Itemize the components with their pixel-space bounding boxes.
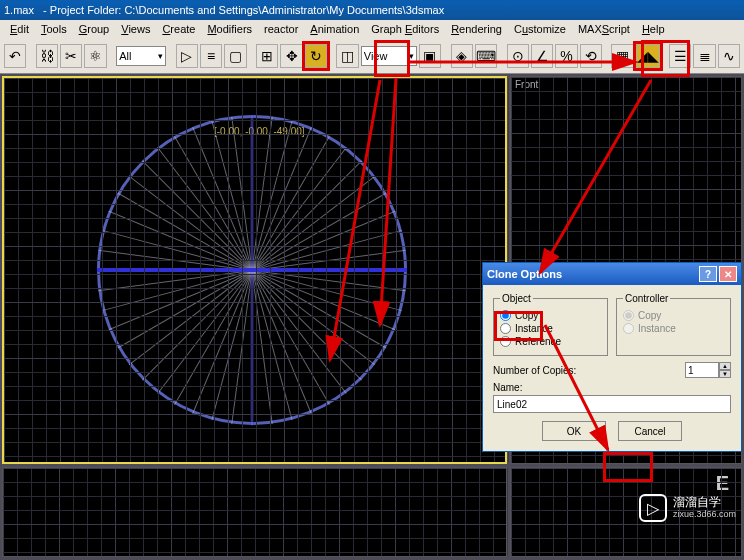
radio-ctrl-copy-label: Copy [638, 310, 661, 321]
radio-instance[interactable] [500, 323, 511, 334]
mirror-button[interactable]: ◢◣ [636, 44, 660, 68]
dialog-close-button[interactable]: ✕ [719, 266, 737, 282]
menu-help[interactable]: Help [636, 22, 671, 36]
copies-input[interactable] [685, 362, 719, 378]
ok-button[interactable]: OK [542, 421, 606, 441]
menu-views[interactable]: Views [115, 22, 156, 36]
window-title: 1.max - Project Folder: C:\Documents and… [4, 4, 444, 16]
menu-group[interactable]: Group [73, 22, 116, 36]
main-toolbar: ↶ ⛓ ✂ ⚛ All ▷ ≡ ▢ ⊞ ✥ ↻ ◫ View ▣ ◈ ⌨ ⊙ ∠… [0, 38, 744, 74]
object-fieldset: Object Copy Instance Reference [493, 293, 608, 356]
layer-button[interactable]: ≣ [693, 44, 715, 68]
menu-tools[interactable]: Tools [35, 22, 73, 36]
copies-spinner[interactable]: ▲ ▼ [685, 362, 731, 378]
radio-copy[interactable] [500, 310, 511, 321]
select-name-button[interactable]: ≡ [200, 44, 222, 68]
radio-ctrl-instance-row: Instance [623, 323, 724, 334]
cancel-button[interactable]: Cancel [618, 421, 682, 441]
controller-fieldset: Controller Copy Instance [616, 293, 731, 356]
angle-snap-button[interactable]: ∠ [531, 44, 553, 68]
menu-rendering[interactable]: Rendering [445, 22, 508, 36]
select-scale-button[interactable]: ◫ [336, 44, 358, 68]
bind-button[interactable]: ⚛ [84, 44, 106, 68]
manipulate-button[interactable]: ◈ [451, 44, 473, 68]
unlink-button[interactable]: ✂ [60, 44, 82, 68]
radio-copy-label: Copy [515, 310, 538, 321]
name-input[interactable] [493, 395, 731, 413]
viewport-bottom-left[interactable] [2, 467, 507, 557]
reference-coord-dropdown[interactable]: View [361, 46, 417, 66]
menu-edit[interactable]: Edit [4, 22, 35, 36]
link-button[interactable]: ⛓ [36, 44, 58, 68]
snap-button[interactable]: ⊙ [507, 44, 529, 68]
watermark-brand: 溜溜自学 [673, 496, 736, 509]
menu-reactor[interactable]: reactor [258, 22, 304, 36]
radio-ctrl-copy-row: Copy [623, 310, 724, 321]
spinner-up[interactable]: ▲ [719, 362, 731, 370]
clone-options-dialog: Clone Options ? ✕ Object Copy Instance R… [482, 262, 742, 452]
controller-legend: Controller [623, 293, 670, 304]
play-icon: ▷ [639, 494, 667, 522]
dialog-help-button[interactable]: ? [699, 266, 717, 282]
named-selection-button[interactable]: ▦ [611, 44, 633, 68]
menu-graph-editors[interactable]: Graph Editors [365, 22, 445, 36]
viewport-top-left[interactable]: [-0.00, -0.00, -49.00] [2, 76, 507, 464]
radio-ctrl-copy [623, 310, 634, 321]
logo-letter: E [716, 472, 729, 495]
copies-label: Number of Copies: [493, 365, 576, 376]
select-move-button[interactable]: ✥ [280, 44, 302, 68]
radio-instance-row[interactable]: Instance [500, 323, 601, 334]
watermark-url: zixue.3d66.com [673, 510, 736, 520]
dialog-title-bar[interactable]: Clone Options ? ✕ [483, 263, 741, 285]
pivot-button[interactable]: ▣ [419, 44, 441, 68]
curve-editor-button[interactable]: ∿ [718, 44, 740, 68]
undo-button[interactable]: ↶ [4, 44, 26, 68]
title-bar: 1.max - Project Folder: C:\Documents and… [0, 0, 744, 20]
radio-reference-row[interactable]: Reference [500, 336, 601, 347]
menu-create[interactable]: Create [156, 22, 201, 36]
radio-ctrl-instance [623, 323, 634, 334]
select-button[interactable]: ▷ [176, 44, 198, 68]
spinner-snap-button[interactable]: ⟲ [580, 44, 602, 68]
radio-reference-label: Reference [515, 336, 561, 347]
radio-ctrl-instance-label: Instance [638, 323, 676, 334]
radio-copy-row[interactable]: Copy [500, 310, 601, 321]
watermark: ▷ 溜溜自学 zixue.3d66.com [639, 494, 736, 522]
align-button[interactable]: ☰ [669, 44, 691, 68]
menu-bar: Edit Tools Group Views Create Modifiers … [0, 20, 744, 38]
menu-customize[interactable]: Customize [508, 22, 572, 36]
percent-snap-button[interactable]: % [555, 44, 577, 68]
keyboard-shortcut-button[interactable]: ⌨ [475, 44, 497, 68]
dialog-title: Clone Options [487, 268, 562, 280]
radio-instance-label: Instance [515, 323, 553, 334]
object-legend: Object [500, 293, 533, 304]
spinner-down[interactable]: ▼ [719, 370, 731, 378]
window-crossing-button[interactable]: ⊞ [256, 44, 278, 68]
radio-reference[interactable] [500, 336, 511, 347]
name-label: Name: [493, 382, 731, 393]
menu-animation[interactable]: Animation [304, 22, 365, 36]
selection-filter-dropdown[interactable]: All [116, 46, 166, 66]
viewport-label-front: Front [515, 79, 538, 90]
select-rotate-button[interactable]: ↻ [305, 44, 327, 68]
select-region-button[interactable]: ▢ [224, 44, 246, 68]
menu-modifiers[interactable]: Modifiers [201, 22, 258, 36]
menu-maxscript[interactable]: MAXScript [572, 22, 636, 36]
